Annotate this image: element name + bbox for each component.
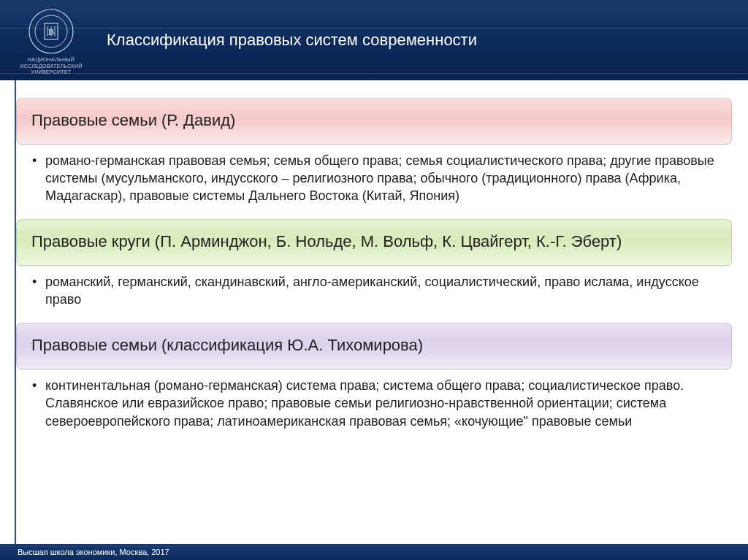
block-2-heading: Правовые круги (П. Арминджон, Б. Нольде,… <box>16 219 732 266</box>
logo-emblem-icon: В <box>28 9 74 54</box>
footer-text: Высшая школа экономики, Москва, 2017 <box>18 548 169 556</box>
block-3-item: континентальная (романо-германская) сист… <box>45 377 716 430</box>
svg-text:В: В <box>48 27 54 37</box>
block-3-body: континентальная (романо-германская) сист… <box>16 369 732 440</box>
block-1-heading: Правовые семьи (Р. Давид) <box>16 98 732 145</box>
block-1-item: романо-германская правовая семья; семья … <box>45 152 716 205</box>
block-1-body: романо-германская правовая семья; семья … <box>16 145 732 215</box>
block-2: Правовые круги (П. Арминджон, Б. Нольде,… <box>16 219 732 318</box>
slide-title: Классификация правовых систем современно… <box>102 31 477 50</box>
logo-caption-1: НАЦИОНАЛЬНЫЙ ИССЛЕДОВАТЕЛЬСКИЙ <box>0 57 102 69</box>
block-2-body: романский, германский, скандинавский, ан… <box>16 266 732 319</box>
slide-header: В НАЦИОНАЛЬНЫЙ ИССЛЕДОВАТЕЛЬСКИЙ УНИВЕРС… <box>0 0 748 80</box>
block-2-item: романский, германский, скандинавский, ан… <box>45 273 716 309</box>
slide-content: Правовые семьи (Р. Давид) романо-германс… <box>0 80 748 440</box>
block-1: Правовые семьи (Р. Давид) романо-германс… <box>16 98 732 215</box>
hse-logo: В НАЦИОНАЛЬНЫЙ ИССЛЕДОВАТЕЛЬСКИЙ УНИВЕРС… <box>0 0 102 80</box>
block-3-heading: Правовые семьи (классификация Ю.А. Тихом… <box>16 323 732 369</box>
block-3: Правовые семьи (классификация Ю.А. Тихом… <box>16 323 732 440</box>
left-rule <box>15 80 16 544</box>
slide-footer: Высшая школа экономики, Москва, 2017 <box>0 544 748 560</box>
